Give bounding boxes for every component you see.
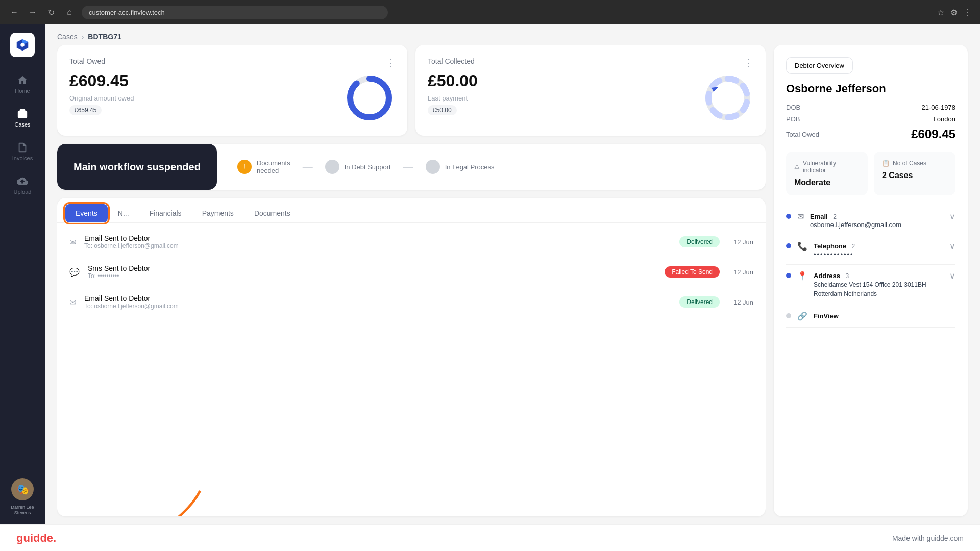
event-title-3: Email Sent to Debtor	[84, 294, 671, 303]
event-content-1: Email Sent to Debtor To: osborne.l.jeffe…	[84, 234, 671, 249]
sidebar-item-cases[interactable]: Cases	[0, 103, 45, 133]
tab-payments[interactable]: Payments	[192, 204, 244, 222]
browser-bar: ← → ↻ ⌂ ☆ ⚙ ⋮	[0, 0, 980, 24]
breadcrumb-current: BDTBG71	[88, 33, 121, 41]
sms-icon: 💬	[69, 267, 80, 277]
event-item-3: ✉ Email Sent to Debtor To: osborne.l.jef…	[57, 287, 766, 317]
total-owed-badge: £659.45	[69, 105, 102, 115]
user-avatar-section[interactable]: 🎭 Darren Lee Stevens	[0, 478, 45, 516]
telephone-contact-content: Telephone 2 ••••••••••••	[814, 241, 943, 258]
indicator-cards: ⚠ Vulnerability indicator Moderate 📋 No …	[786, 152, 955, 195]
total-owed-donut	[344, 72, 395, 123]
pob-label: POB	[786, 115, 800, 123]
event-item-2: 💬 Sms Sent to Debtor To: •••••••••• Fail…	[57, 257, 766, 287]
total-owed-amount: £609.45	[69, 71, 134, 90]
event-content-3: Email Sent to Debtor To: osborne.l.jeffe…	[84, 294, 671, 310]
step-documents-label: Documentsneeded	[257, 159, 290, 174]
avatar: 🎭	[11, 478, 34, 500]
footer-logo: guidde.	[16, 532, 56, 545]
step-legal-label: In Legal Process	[445, 163, 495, 171]
logo[interactable]	[10, 33, 35, 57]
invoices-icon	[17, 142, 28, 153]
address-bar[interactable]	[82, 6, 388, 19]
total-collected-content: Total Collected £50.00 Last payment £50.…	[428, 57, 478, 115]
tab-documents[interactable]: Documents	[244, 204, 301, 222]
event-title-1: Email Sent to Debtor	[84, 234, 671, 242]
contact-finview: 🔗 FinView	[786, 305, 955, 328]
workflow-suspended: Main workflow suspended	[57, 144, 217, 190]
breadcrumb-cases[interactable]: Cases	[57, 33, 78, 41]
sidebar-item-upload[interactable]: Upload	[0, 170, 45, 200]
cases-icon	[17, 108, 28, 119]
vulnerability-icon: ⚠	[794, 163, 800, 170]
upload-icon	[17, 176, 28, 187]
telephone-contact-icon: 📞	[797, 241, 807, 251]
workflow-step-documents: ! Documentsneeded	[237, 159, 290, 174]
pob-field: POB London	[786, 115, 955, 123]
total-collected-chart	[702, 72, 753, 123]
vulnerability-card: ⚠ Vulnerability indicator Moderate	[786, 152, 868, 195]
debtor-overview-button[interactable]: Debtor Overview	[786, 57, 853, 74]
event-sub-3: To: osborne.l.jefferson@gmail.com	[84, 303, 671, 310]
finview-contact-content: FinView	[814, 311, 955, 320]
event-date-3: 12 Jun	[728, 298, 753, 306]
total-owed-menu[interactable]: ⋮	[386, 57, 395, 68]
address-expand-chevron[interactable]: ∨	[949, 271, 955, 281]
sidebar-label-home: Home	[15, 88, 30, 94]
total-owed-chart	[344, 72, 395, 123]
total-owed-value: £609.45	[911, 127, 955, 141]
event-badge-3: Delivered	[679, 296, 720, 308]
footer-tagline: Made with guidde.com	[892, 534, 964, 542]
email-contact-icon: ✉	[797, 212, 804, 221]
email-contact-count: 2	[833, 213, 837, 220]
telephone-expand-chevron[interactable]: ∨	[949, 241, 955, 251]
address-dot	[786, 273, 791, 278]
cases-title: 📋 No of Cases	[882, 160, 947, 167]
gray-dot-debt	[325, 160, 339, 174]
tab-financials[interactable]: Financials	[139, 204, 192, 222]
contact-telephone: 📞 Telephone 2 •••••••••••• ∨	[786, 235, 955, 265]
breadcrumb: Cases › BDTBG71	[45, 24, 980, 45]
address-contact-value: Scheidamse Vest 154 Office 201 3011BH Ro…	[814, 280, 943, 298]
event-title-2: Sms Sent to Debtor	[88, 264, 656, 272]
arrow-annotation	[118, 486, 220, 516]
sidebar-label-cases: Cases	[14, 121, 30, 128]
tab-notes[interactable]: N...	[108, 204, 139, 222]
refresh-button[interactable]: ↻	[45, 6, 57, 18]
home-button[interactable]: ⌂	[63, 6, 76, 18]
cases-icon: 📋	[882, 160, 890, 167]
total-collected-title: Total Collected	[428, 57, 478, 65]
email-dot	[786, 214, 791, 219]
tab-events[interactable]: Events	[65, 204, 108, 222]
debtor-name: Osborne Jefferson	[786, 82, 955, 95]
svg-point-0	[20, 43, 24, 47]
app-container: Home Cases Invoices Upload 🎭 Darren Lee …	[0, 24, 980, 524]
back-button[interactable]: ←	[8, 6, 20, 18]
contact-address: 📍 Address 3 Scheidamse Vest 154 Office 2…	[786, 265, 955, 305]
email-expand-chevron[interactable]: ∨	[949, 212, 955, 221]
event-content-2: Sms Sent to Debtor To: ••••••••••	[88, 264, 656, 280]
total-collected-donut	[702, 72, 753, 123]
email-icon-3: ✉	[69, 297, 76, 307]
vulnerability-title: ⚠ Vulnerability indicator	[794, 160, 860, 174]
pob-value: London	[934, 115, 955, 123]
total-collected-menu[interactable]: ⋮	[744, 57, 753, 68]
email-contact-type: Email	[810, 213, 828, 220]
cases-value: 2 Cases	[882, 171, 947, 180]
forward-button[interactable]: →	[27, 6, 39, 18]
total-collected-card: Total Collected £50.00 Last payment £50.…	[415, 45, 766, 136]
total-owed-subtitle: Original amount owed	[69, 94, 134, 102]
workflow-steps: ! Documentsneeded — In Debt Support — In…	[225, 147, 766, 187]
event-sub-2: To: ••••••••••	[88, 272, 656, 280]
breadcrumb-chevron: ›	[82, 33, 84, 41]
email-contact-value: osborne.l.jefferson@gmail.com	[810, 221, 943, 229]
dob-label: DOB	[786, 104, 800, 111]
sidebar-item-home[interactable]: Home	[0, 69, 45, 99]
svg-point-3	[359, 88, 380, 108]
total-collected-subtitle: Last payment	[428, 94, 478, 102]
browser-icons: ☆ ⚙ ⋮	[937, 8, 972, 17]
total-owed-card: Total Owed £609.45 Original amount owed …	[57, 45, 407, 136]
total-collected-badge: £50.00	[428, 105, 457, 115]
sidebar-item-invoices[interactable]: Invoices	[0, 137, 45, 166]
extensions-icon: ⚙	[950, 8, 958, 17]
